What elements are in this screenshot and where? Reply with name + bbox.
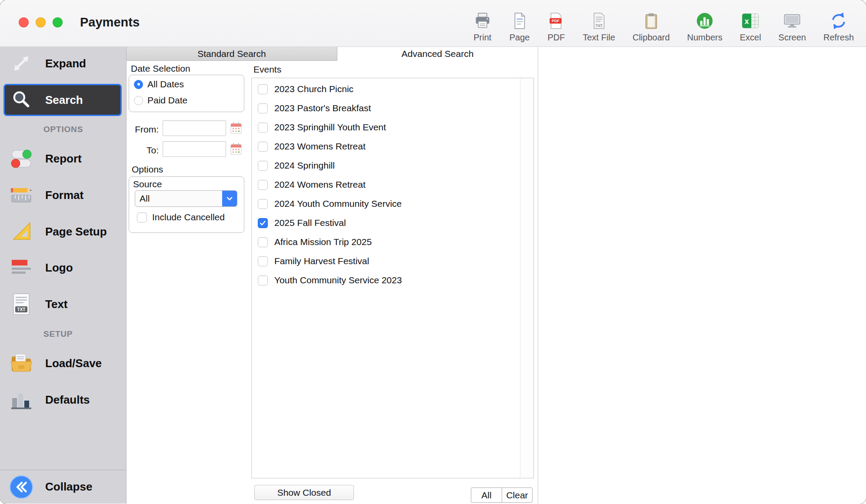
chevron-down-icon — [222, 191, 237, 206]
toggles-icon — [8, 145, 35, 172]
logo-icon — [8, 254, 35, 281]
radio-all-dates[interactable]: All Dates — [134, 78, 244, 91]
show-closed-button[interactable]: Show Closed — [254, 485, 354, 500]
event-row-2023-pastor-s-breakfast[interactable]: 2023 Pastor's Breakfast — [252, 99, 533, 118]
calendar-icon[interactable] — [230, 122, 242, 135]
toolbar: PrintPagePDFPDFTXTText FileClipboardNumb… — [473, 10, 854, 43]
sidebar-item-format[interactable]: Format — [0, 179, 126, 212]
toolbar-button-label: Refresh — [823, 33, 854, 43]
include-cancelled-row[interactable]: Include Cancelled — [137, 209, 225, 225]
from-label: From: — [127, 124, 159, 135]
minimize-button[interactable] — [36, 17, 46, 27]
checkbox — [258, 275, 268, 285]
event-row-2024-womens-retreat[interactable]: 2024 Womens Retreat — [252, 175, 533, 194]
search-body: Date Selection All DatesPaid Date From: … — [127, 61, 538, 504]
radio-button — [134, 96, 143, 105]
checkbox — [258, 180, 268, 190]
sidebar-item-page-setup[interactable]: Page Setup — [0, 215, 126, 248]
app-window: Payments PrintPagePDFPDFTXTText FileClip… — [0, 0, 866, 504]
event-row-2025-fall-festival[interactable]: 2025 Fall Festival — [252, 213, 533, 232]
expand-icon — [8, 50, 35, 77]
toolbar-button-text-file[interactable]: TXTText File — [583, 10, 615, 43]
toolbar-button-page[interactable]: Page — [510, 10, 530, 43]
toolbar-button-label: Print — [473, 33, 491, 43]
event-label: 2023 Church Picnic — [274, 84, 353, 94]
checkbox — [258, 199, 268, 209]
toolbar-button-label: Clipboard — [633, 33, 670, 43]
svg-text:PDF: PDF — [552, 19, 560, 23]
toolbar-button-label: Excel — [740, 33, 761, 43]
sidebar-item-label: Defaults — [45, 393, 90, 407]
options-box: Source All Include Cancelled — [129, 176, 244, 233]
source-dropdown-value: All — [135, 191, 222, 206]
sidebar-item-defaults[interactable]: Defaults — [0, 383, 126, 416]
folder-icon — [8, 350, 35, 377]
event-row-2023-womens-retreat[interactable]: 2023 Womens Retreat — [252, 137, 533, 156]
sidebar-item-search[interactable]: Search — [3, 84, 122, 116]
event-row-family-harvest-festival[interactable]: Family Harvest Festival — [252, 252, 533, 271]
toolbar-button-clipboard[interactable]: Clipboard — [633, 10, 670, 43]
sidebar: ExpandSearchOPTIONSReportFormatPage Setu… — [0, 47, 127, 504]
clipboard-icon — [642, 10, 660, 32]
checkbox — [258, 161, 268, 171]
printer-icon — [473, 10, 492, 32]
event-row-2023-springhill-youth-event[interactable]: 2023 Springhill Youth Event — [252, 118, 533, 137]
tab-bar: Standard SearchAdvanced Search — [127, 47, 538, 61]
sidebar-item-label: Page Setup — [45, 225, 107, 239]
sidebar-item-label: Collapse — [45, 480, 92, 494]
toolbar-button-label: Screen — [779, 33, 806, 43]
sidebar-item-load-save[interactable]: Load/Save — [0, 347, 126, 380]
set-square-icon — [8, 218, 35, 245]
scrollbar[interactable] — [520, 78, 533, 478]
zoom-button[interactable] — [53, 17, 63, 27]
event-label: Africa Mission Trip 2025 — [274, 237, 372, 247]
collapse-icon — [8, 474, 35, 501]
results-panel — [538, 47, 866, 504]
toolbar-button-screen[interactable]: Screen — [779, 10, 806, 43]
radio-button — [134, 80, 143, 89]
screen-icon — [783, 10, 802, 32]
toolbar-button-print[interactable]: Print — [473, 10, 492, 43]
sidebar-item-report[interactable]: Report — [0, 142, 126, 175]
checkbox — [258, 84, 268, 94]
source-dropdown[interactable]: All — [135, 190, 237, 207]
close-button[interactable] — [19, 17, 29, 27]
to-date-input[interactable] — [163, 141, 226, 157]
clear-selection-button[interactable]: Clear — [502, 488, 532, 502]
select-all-button[interactable]: All — [471, 488, 502, 502]
titlebar: Payments PrintPagePDFPDFTXTText FileClip… — [0, 0, 866, 47]
pencil-ruler-icon — [8, 182, 35, 209]
events-list: 2023 Church Picnic2023 Pastor's Breakfas… — [251, 78, 534, 478]
page-icon — [510, 10, 529, 32]
tab-advanced-search[interactable]: Advanced Search — [337, 47, 538, 61]
toolbar-button-numbers[interactable]: Numbers — [687, 10, 723, 43]
sidebar-item-expand[interactable]: Expand — [0, 47, 126, 80]
from-date-input[interactable] — [163, 120, 226, 136]
event-label: Youth Community Service 2023 — [274, 275, 402, 285]
sidebar-item-collapse[interactable]: Collapse — [0, 470, 126, 504]
radio-label: All Dates — [147, 79, 184, 90]
checkbox — [258, 103, 268, 113]
tab-standard-search[interactable]: Standard Search — [127, 47, 337, 61]
text-file-icon: TXT — [590, 10, 608, 32]
excel-icon: x — [741, 10, 760, 32]
checkbox — [258, 218, 268, 228]
event-row-2023-church-picnic[interactable]: 2023 Church Picnic — [252, 80, 533, 99]
radio-paid-date[interactable]: Paid Date — [134, 94, 244, 107]
checkbox — [258, 256, 268, 266]
event-row-africa-mission-trip-2025[interactable]: Africa Mission Trip 2025 — [252, 232, 533, 252]
event-row-youth-community-service-2023[interactable]: Youth Community Service 2023 — [252, 271, 533, 290]
event-row-2024-springhill[interactable]: 2024 Springhill — [252, 156, 533, 175]
sidebar-item-text[interactable]: TXTText — [0, 288, 126, 321]
toolbar-button-refresh[interactable]: Refresh — [823, 10, 854, 43]
event-row-2024-youth-community-service[interactable]: 2024 Youth Community Service — [252, 194, 533, 213]
toolbar-button-label: Numbers — [687, 33, 723, 43]
calendar-icon[interactable] — [230, 143, 242, 156]
event-label: 2024 Youth Community Service — [274, 199, 402, 209]
toolbar-button-pdf[interactable]: PDFPDF — [547, 10, 565, 43]
refresh-icon — [829, 10, 848, 32]
sidebar-item-logo[interactable]: Logo — [0, 251, 126, 284]
toolbar-button-excel[interactable]: xExcel — [740, 10, 761, 43]
window-title: Payments — [80, 15, 140, 30]
txt-document-icon: TXT — [8, 291, 35, 318]
